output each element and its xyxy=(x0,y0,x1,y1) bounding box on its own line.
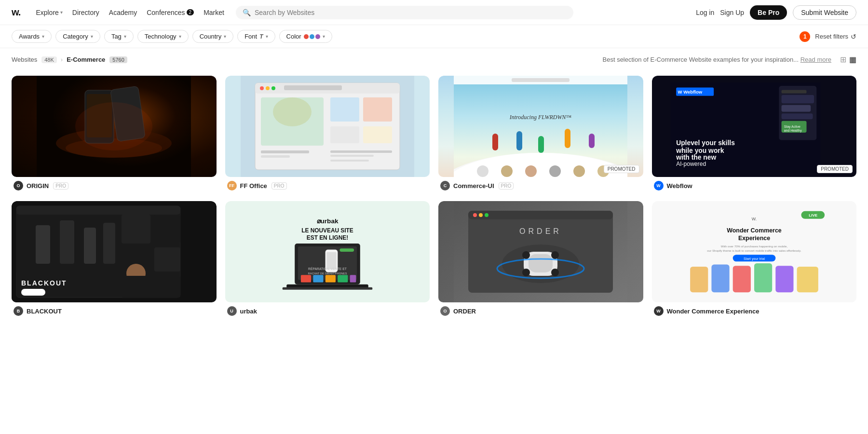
card-commerce-ui[interactable]: Introducing FLWRDWN™ PROMOTED C Commerce… xyxy=(438,76,643,192)
card-order[interactable]: ORDER O ORDER xyxy=(438,201,643,318)
card-info-webflow: W Webflow xyxy=(652,177,857,192)
nav-directory[interactable]: Directory xyxy=(72,9,99,16)
svg-rect-13 xyxy=(284,85,342,90)
submit-website-button[interactable]: Submit Website xyxy=(793,5,856,20)
svg-text:Experience: Experience xyxy=(738,235,770,242)
svg-rect-18 xyxy=(330,126,359,143)
reset-filters-button[interactable]: Reset filters ↺ xyxy=(815,33,856,41)
svg-rect-88 xyxy=(326,275,336,282)
card-info-origin: O ORIGIN PRO xyxy=(12,177,217,192)
card-webflow[interactable]: W Webflow Stay Active and Healthy Upleve… xyxy=(652,76,857,192)
chevron-down-icon: ▾ xyxy=(124,34,126,39)
card-name-origin: ORIGIN xyxy=(27,182,49,190)
card-info-commerce-ui: C Commerce-UI PRO xyxy=(438,177,643,192)
card-pro-badge: PRO xyxy=(53,182,68,190)
svg-rect-22 xyxy=(330,150,392,153)
svg-text:ORDER: ORDER xyxy=(519,227,562,235)
svg-rect-68 xyxy=(154,215,180,244)
tag-filter[interactable]: Tag ▾ xyxy=(104,30,134,43)
nav-market[interactable]: Market xyxy=(203,9,224,16)
grid-view-icon[interactable]: ⊞ xyxy=(840,55,846,64)
svg-rect-117 xyxy=(711,265,729,293)
font-icon: T xyxy=(259,33,263,40)
card-wonder[interactable]: LIVE W. Wonder Commerce Experience With … xyxy=(652,201,857,318)
card-thumb-wonder: LIVE W. Wonder Commerce Experience With … xyxy=(652,201,857,302)
websites-count: 48K xyxy=(41,56,57,63)
card-name-blackout: BLACKOUT xyxy=(27,308,62,315)
avatar-webflow: W xyxy=(654,181,664,190)
read-more-link[interactable]: Read more xyxy=(800,56,831,63)
nav-conferences[interactable]: Conferences 2 xyxy=(147,9,194,16)
svg-text:With over 70% of purchases hap: With over 70% of purchases happening on … xyxy=(721,244,788,248)
card-pro-badge: PRO xyxy=(271,182,287,190)
svg-rect-29 xyxy=(512,78,570,82)
svg-point-36 xyxy=(477,165,488,177)
card-urbak[interactable]: ⌀urbak LE NOUVEAU SITE EST EN LIGNE! RÉP… xyxy=(225,201,430,318)
card-blackout[interactable]: BLACKOUT B BLACKOUT xyxy=(12,201,217,318)
country-filter[interactable]: Country ▾ xyxy=(192,30,234,43)
svg-point-40 xyxy=(573,165,585,177)
technology-filter[interactable]: Technology ▾ xyxy=(137,30,189,43)
category-filter[interactable]: Category ▾ xyxy=(55,30,100,43)
color-dot-blue xyxy=(310,34,314,39)
avatar-blackout: B xyxy=(14,306,23,316)
svg-text:⌀urbak: ⌀urbak xyxy=(316,217,338,225)
breadcrumb-current: E-Commerce xyxy=(67,56,105,63)
card-name-commerce-ui: Commerce-UI xyxy=(453,182,494,190)
avatar-wonder: W xyxy=(654,306,664,316)
svg-rect-93 xyxy=(468,211,613,219)
awards-filter[interactable]: Awards ▾ xyxy=(12,30,52,43)
svg-rect-81 xyxy=(326,252,336,270)
bepro-button[interactable]: Be Pro xyxy=(750,5,787,20)
cards-grid: O ORIGIN PRO xyxy=(0,68,868,326)
svg-point-105 xyxy=(551,251,559,259)
svg-rect-48 xyxy=(781,105,811,112)
search-bar: 🔍 xyxy=(236,6,573,19)
svg-rect-116 xyxy=(690,267,708,292)
color-dot-red xyxy=(304,34,309,39)
card-info-ff-office: FF FF Office PRO xyxy=(225,177,430,192)
svg-rect-67 xyxy=(122,215,150,244)
search-input[interactable] xyxy=(255,9,567,16)
avatar-commerce-ui: C xyxy=(440,181,450,190)
svg-rect-79 xyxy=(339,248,354,252)
svg-text:RÉPARATION, VENTE ET: RÉPARATION, VENTE ET xyxy=(308,267,347,271)
avatar-ff-office: FF xyxy=(227,181,237,190)
svg-text:Introducing FLWRDWN™: Introducing FLWRDWN™ xyxy=(509,114,572,121)
color-filter[interactable]: Color ▾ xyxy=(279,30,332,43)
header-right: Log in Sign Up Be Pro Submit Website xyxy=(696,5,856,20)
svg-point-38 xyxy=(525,165,537,177)
nav-academy[interactable]: Academy xyxy=(109,9,137,16)
font-filter[interactable]: Font T ▾ xyxy=(237,30,275,43)
promoted-badge: PROMOTED xyxy=(604,165,639,173)
logo[interactable]: w. xyxy=(12,7,20,18)
color-dot-purple xyxy=(315,34,320,39)
card-ff-office[interactable]: FF FF Office PRO xyxy=(225,76,430,192)
list-view-icon[interactable]: ▦ xyxy=(849,55,856,64)
svg-rect-72 xyxy=(122,276,180,298)
svg-rect-47 xyxy=(781,95,814,103)
svg-point-94 xyxy=(473,213,477,217)
svg-text:Wonder Commerce: Wonder Commerce xyxy=(727,227,781,234)
svg-point-104 xyxy=(522,251,530,259)
avatar-origin: O xyxy=(14,181,23,190)
main-header: w. Explore ▾ Directory Academy Conferenc… xyxy=(0,0,868,25)
svg-rect-85 xyxy=(283,287,372,290)
nav-explore[interactable]: Explore ▾ xyxy=(36,9,62,16)
svg-point-11 xyxy=(266,86,270,90)
svg-rect-100 xyxy=(529,254,553,272)
login-button[interactable]: Log in xyxy=(696,9,714,16)
card-name-ff-office: FF Office xyxy=(240,182,267,190)
filter-bar-right: 1 Reset filters ↺ xyxy=(800,31,856,42)
card-info-blackout: B BLACKOUT xyxy=(12,302,217,318)
svg-rect-62 xyxy=(60,220,74,264)
card-origin[interactable]: O ORIGIN PRO xyxy=(12,76,217,192)
svg-text:W Webflow: W Webflow xyxy=(678,89,702,95)
svg-point-6 xyxy=(75,102,152,150)
svg-rect-64 xyxy=(103,223,115,264)
signup-button[interactable]: Sign Up xyxy=(720,9,744,16)
svg-rect-59 xyxy=(16,206,180,215)
svg-text:W.: W. xyxy=(752,217,757,221)
svg-point-37 xyxy=(501,165,513,177)
svg-point-95 xyxy=(479,213,483,217)
